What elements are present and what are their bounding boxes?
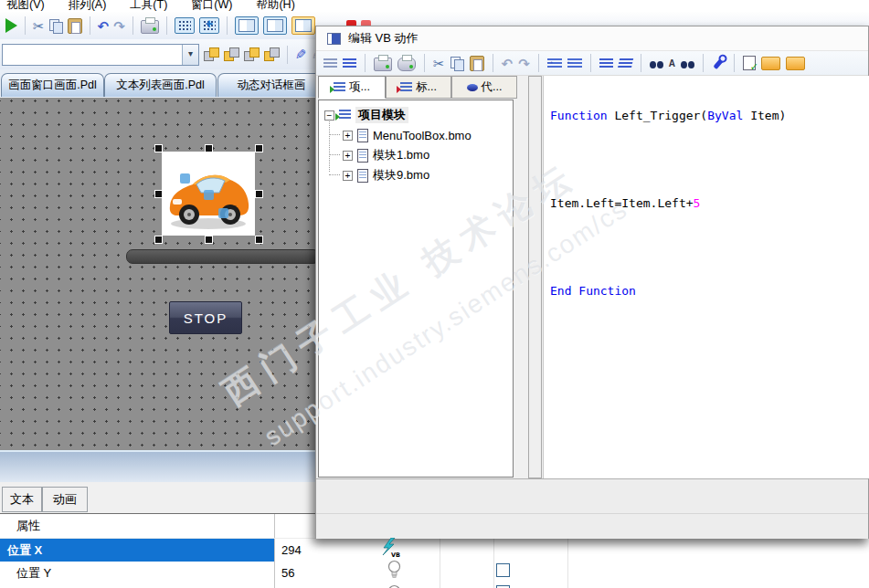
snap-toggle-button[interactable] bbox=[199, 17, 219, 34]
indirect-checkbox[interactable] bbox=[496, 563, 510, 577]
expand-icon[interactable]: + bbox=[343, 151, 353, 161]
find-icon[interactable] bbox=[650, 61, 663, 69]
tab-standard-modules[interactable]: 标... bbox=[386, 76, 451, 99]
menu-arrange[interactable]: 排列(A) bbox=[69, 0, 107, 12]
tree-item[interactable]: + 模块1.bmo bbox=[343, 146, 429, 164]
send-to-back-icon[interactable] bbox=[224, 47, 239, 61]
redo-icon[interactable]: ↷ bbox=[518, 57, 530, 70]
code-line bbox=[550, 152, 869, 167]
print-preview-icon[interactable] bbox=[397, 58, 416, 71]
combobox-dropdown-icon[interactable]: ▾ bbox=[182, 45, 198, 65]
tab-animation[interactable]: 动画 bbox=[42, 487, 88, 512]
expand-icon[interactable]: + bbox=[343, 131, 353, 141]
copy-icon[interactable] bbox=[450, 57, 464, 69]
bring-to-front-icon[interactable] bbox=[204, 47, 219, 61]
tab-code[interactable]: 代... bbox=[451, 76, 517, 99]
lightbulb-icon[interactable] bbox=[387, 560, 401, 582]
tree-item-label[interactable]: 模块9.bmo bbox=[373, 167, 429, 184]
paste-icon[interactable] bbox=[68, 18, 82, 34]
separator bbox=[287, 46, 288, 64]
selection-handle[interactable] bbox=[255, 144, 263, 152]
indent-icon[interactable]: → bbox=[547, 58, 562, 68]
separator bbox=[365, 54, 366, 72]
menu-window[interactable]: 窗口(W) bbox=[191, 0, 232, 12]
separator bbox=[590, 54, 591, 72]
code-editor[interactable]: Function Left_Trigger(ByVal Item) Item.L… bbox=[543, 76, 869, 478]
slider-track[interactable] bbox=[126, 249, 320, 264]
selection-handle[interactable] bbox=[205, 236, 213, 244]
tree-item[interactable]: + 模块9.bmo bbox=[343, 166, 429, 184]
dynamic-wizard-icon[interactable]: ✎ bbox=[295, 47, 307, 61]
undo-icon[interactable]: ↶ bbox=[502, 57, 514, 70]
sorted-list-icon[interactable] bbox=[343, 58, 356, 68]
selection-handle[interactable] bbox=[154, 190, 163, 198]
selection-handle[interactable] bbox=[255, 190, 263, 198]
separator bbox=[734, 54, 735, 72]
check-syntax-icon[interactable]: ✓ bbox=[743, 56, 756, 70]
separator bbox=[166, 16, 167, 35]
tree-root-label[interactable]: 项目模块 bbox=[355, 107, 408, 123]
attribute-value[interactable]: 294 bbox=[274, 543, 302, 557]
code-margin-gutter[interactable] bbox=[528, 76, 542, 478]
tree-root-row[interactable]: − 项目模块 bbox=[324, 106, 408, 124]
wrench-icon[interactable] bbox=[713, 57, 724, 68]
library-toggle-button[interactable] bbox=[235, 16, 259, 35]
table-row[interactable]: 位置 X 294 bbox=[0, 539, 869, 562]
print-icon[interactable] bbox=[374, 58, 392, 71]
print-icon[interactable] bbox=[141, 20, 159, 34]
run-icon[interactable] bbox=[5, 18, 17, 33]
lightbulb-icon[interactable] bbox=[387, 584, 401, 588]
module-box-icon[interactable] bbox=[761, 57, 780, 70]
replace-icon[interactable]: A bbox=[669, 58, 675, 68]
code-line bbox=[550, 240, 869, 255]
tree-item-label[interactable]: MenuToolBox.bmo bbox=[373, 129, 472, 142]
tree-item-label[interactable]: 模块1.bmo bbox=[373, 147, 429, 163]
selection-handle[interactable] bbox=[205, 144, 213, 152]
expand-icon[interactable]: + bbox=[343, 171, 353, 181]
copy-icon[interactable] bbox=[49, 19, 63, 32]
attribute-value[interactable]: 56 bbox=[274, 566, 294, 580]
find-next-icon[interactable] bbox=[681, 61, 694, 69]
library-icon bbox=[238, 19, 255, 32]
table-row[interactable]: 位置 Y 56 bbox=[0, 562, 869, 584]
arrow-right-glyph: → bbox=[546, 56, 555, 66]
selection-handle[interactable] bbox=[154, 236, 163, 244]
paste-icon[interactable] bbox=[470, 56, 484, 71]
tab-picture-window[interactable]: 画面窗口画面.Pdl bbox=[1, 73, 104, 97]
selection-handle[interactable] bbox=[154, 144, 163, 152]
collapse-icon[interactable]: − bbox=[324, 110, 334, 121]
undo-icon[interactable]: ↶ bbox=[98, 19, 110, 33]
tab-text[interactable]: 文本 bbox=[2, 487, 42, 512]
car-graphic-object[interactable] bbox=[162, 152, 255, 236]
cut-icon[interactable]: ✂ bbox=[433, 57, 445, 70]
forward-one-icon[interactable] bbox=[244, 47, 260, 61]
stop-button[interactable]: STOP bbox=[169, 301, 242, 334]
module-box-icon[interactable] bbox=[786, 57, 805, 70]
tab-text-list[interactable]: 文本列表画面.Pdl bbox=[104, 73, 217, 97]
outdent-icon[interactable]: ← bbox=[567, 58, 582, 68]
zoom-combobox[interactable]: ▾ bbox=[2, 44, 199, 66]
code-oval-icon bbox=[467, 84, 478, 91]
grid-toggle-button[interactable] bbox=[175, 17, 195, 34]
vb-action-icon[interactable]: VB bbox=[381, 538, 401, 558]
cut-icon[interactable]: ✂ bbox=[33, 19, 45, 33]
objects-toggle-button[interactable] bbox=[263, 16, 287, 35]
action-list-icon[interactable] bbox=[323, 58, 337, 68]
comment-icon[interactable] bbox=[599, 58, 613, 68]
backward-one-icon[interactable] bbox=[264, 47, 280, 61]
tree-item[interactable]: + MenuToolBox.bmo bbox=[343, 126, 472, 144]
active-tool-button[interactable] bbox=[291, 16, 315, 35]
dialog-toolbar: ✂ ↶ ↷ → ← A ✓ bbox=[316, 50, 868, 76]
redo-icon[interactable]: ↷ bbox=[113, 19, 125, 33]
selection-handle[interactable] bbox=[255, 236, 263, 244]
tab-project-modules[interactable]: 项... bbox=[318, 76, 386, 99]
module-tree[interactable]: − 项目模块 + MenuToolBox.bmo + 模块1.bmo + 模块9… bbox=[318, 100, 514, 478]
menu-help[interactable]: 帮助(H) bbox=[256, 0, 294, 12]
uncomment-icon[interactable] bbox=[618, 58, 633, 68]
dialog-titlebar[interactable]: 编辑 VB 动作 bbox=[316, 26, 868, 50]
separator bbox=[424, 54, 425, 72]
tab-dynamic-dialog[interactable]: 动态对话框画 bbox=[217, 73, 325, 97]
menu-view[interactable]: 视图(V) bbox=[6, 0, 45, 12]
menu-tools[interactable]: 工具(T) bbox=[130, 0, 167, 12]
tree-guide bbox=[329, 117, 330, 172]
